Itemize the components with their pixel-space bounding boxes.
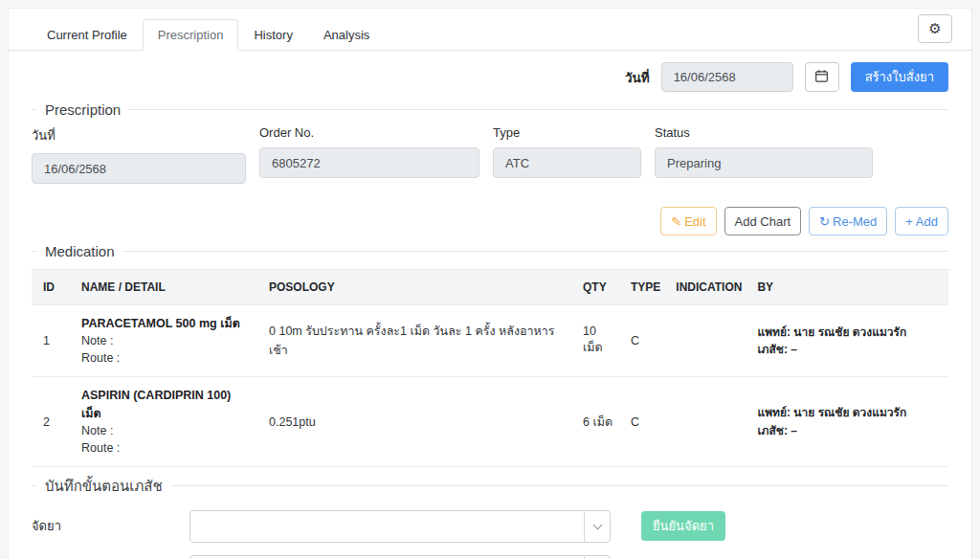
col-id: ID [32, 270, 74, 305]
chevron-down-icon [584, 511, 610, 542]
med-note-label: Note : [81, 422, 254, 439]
field-status: Status Preparing [655, 120, 873, 184]
add-chart-button-label: Add Chart [735, 214, 791, 229]
field-order-no: Order No. 6805272 [259, 120, 479, 184]
add-button[interactable]: + Add [895, 207, 948, 235]
action-buttons: ✎ Edit Add Chart ↻ Re-Med + Add [32, 207, 948, 235]
med-indication [668, 377, 749, 467]
med-route-label: Route : [81, 439, 254, 457]
tab-prescription[interactable]: Prescription [143, 19, 239, 51]
med-id: 2 [32, 377, 74, 467]
col-name-detail: NAME / DETAIL [74, 270, 261, 305]
date-label: วันที่ [625, 67, 650, 88]
edit-button-label: Edit [684, 214, 705, 229]
med-by-cell: แพทย์: นาย รณชัย ดวงแมวรัก เภสัช: – [749, 377, 948, 467]
field-order-no-value: 6805272 [259, 147, 479, 178]
med-by-pharmacist: เภสัช: – [757, 341, 941, 359]
med-by-doctor: แพทย์: นาย รณชัย ดวงแมวรัก [757, 404, 941, 422]
step-prepare-row: จัดยา ยืนยันจัดยา [32, 510, 948, 543]
tab-current-profile[interactable]: Current Profile [32, 19, 143, 51]
plus-icon: + [905, 214, 913, 229]
edit-button[interactable]: ✎ Edit [660, 207, 716, 235]
prescription-section: Prescription วันที่ 16/06/2568 Order No.… [32, 101, 948, 184]
create-prescription-button[interactable]: สร้างใบสั่งยา [851, 62, 948, 92]
med-name: PARACETAMOL 500 mg เม็ด [81, 315, 254, 332]
medication-row: 2 ASPIRIN (CARDIPRIN 100) เม็ด Note : Ro… [32, 377, 948, 467]
check-select[interactable] [189, 555, 611, 559]
field-date-value: 16/06/2568 [32, 153, 246, 184]
med-by-cell: แพทย์: นาย รณชัย ดวงแมวรัก เภสัช: – [749, 305, 948, 377]
field-status-label: Status [655, 125, 873, 140]
col-type: TYPE [623, 270, 668, 305]
refresh-icon: ↻ [819, 214, 830, 229]
tab-bar: Current Profile Prescription History Ana… [9, 9, 971, 51]
med-name: ASPIRIN (CARDIPRIN 100) เม็ด [81, 387, 254, 421]
med-qty: 10 เม็ด [575, 305, 623, 377]
pharmacy-steps-title: บันทึกขั้นตอนเภสัช [37, 475, 170, 498]
field-order-no-label: Order No. [259, 125, 479, 140]
field-type-label: Type [493, 125, 641, 140]
med-qty: 6 เม็ด [575, 377, 623, 467]
calendar-button[interactable] [805, 62, 839, 92]
medication-section: Medication ID NAME / DETAIL POSOLOGY QTY… [32, 243, 948, 467]
field-status-value: Preparing [655, 147, 873, 178]
prescription-fields: วันที่ 16/06/2568 Order No. 6805272 Type… [32, 120, 948, 184]
med-type: C [623, 377, 668, 467]
medication-section-title: Medication [37, 243, 122, 259]
tab-history[interactable]: History [238, 19, 307, 51]
med-id: 1 [32, 305, 74, 377]
add-chart-button[interactable]: Add Chart [724, 207, 802, 235]
settings-button[interactable]: ⚙ [918, 14, 952, 43]
field-date: วันที่ 16/06/2568 [32, 120, 246, 184]
col-qty: QTY [575, 270, 623, 305]
med-name-cell: ASPIRIN (CARDIPRIN 100) เม็ด Note : Rout… [74, 377, 261, 467]
tab-analysis[interactable]: Analysis [308, 19, 385, 51]
med-by-pharmacist: เภสัช: – [757, 422, 941, 440]
main-card: Current Profile Prescription History Ana… [8, 8, 972, 559]
med-by-doctor: แพทย์: นาย รณชัย ดวงแมวรัก [757, 324, 941, 342]
gear-icon: ⚙ [928, 20, 941, 37]
medication-header-row: ID NAME / DETAIL POSOLOGY QTY TYPE INDIC… [32, 270, 948, 305]
date-input: 16/06/2568 [661, 62, 793, 92]
add-button-label: Add [916, 214, 938, 229]
med-note-label: Note : [81, 332, 254, 349]
step-check-row: ตรวจยา [32, 555, 948, 559]
med-name-cell: PARACETAMOL 500 mg เม็ด Note : Route : [74, 305, 261, 377]
field-type-value: ATC [493, 147, 641, 178]
prepare-select[interactable] [189, 510, 611, 543]
med-posology: 0.251ptu [261, 377, 575, 467]
pharmacy-steps-section: บันทึกขั้นตอนเภสัช จัดยา ยืนยันจัดยา ตรว… [32, 475, 948, 559]
field-date-label: วันที่ [32, 125, 246, 145]
col-by: BY [749, 270, 948, 305]
med-route-label: Route : [81, 349, 254, 367]
col-indication: INDICATION [668, 270, 749, 305]
col-posology: POSOLOGY [261, 270, 575, 305]
med-type: C [623, 305, 668, 377]
edit-icon: ✎ [671, 214, 681, 229]
confirm-prepare-button[interactable]: ยืนยันจัดยา [641, 511, 725, 541]
medication-table: ID NAME / DETAIL POSOLOGY QTY TYPE INDIC… [32, 269, 948, 467]
medication-row: 1 PARACETAMOL 500 mg เม็ด Note : Route :… [32, 305, 948, 377]
prescription-section-title: Prescription [37, 101, 128, 118]
med-indication [668, 305, 749, 377]
re-med-button-label: Re-Med [833, 214, 877, 229]
calendar-icon [814, 69, 829, 86]
re-med-button[interactable]: ↻ Re-Med [809, 207, 887, 235]
step-prepare-label: จัดยา [32, 516, 189, 536]
toolbar: วันที่ 16/06/2568 สร้างใบสั่งยา [9, 51, 971, 94]
med-posology: 0 10m รับประทาน ครั้งละ1 เม็ด วันละ 1 คร… [261, 305, 575, 377]
field-type: Type ATC [493, 120, 641, 184]
